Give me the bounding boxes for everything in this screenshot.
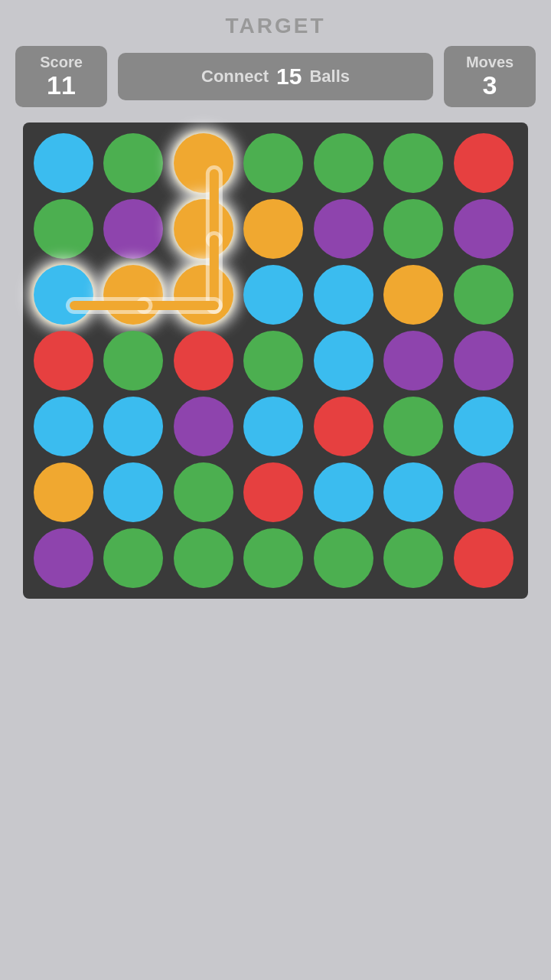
connect-num: 15 [276, 64, 302, 90]
ball-r0-c4[interactable] [314, 133, 373, 193]
ball-r2-c1[interactable] [103, 265, 163, 325]
ball-r1-c3[interactable] [243, 199, 303, 259]
ball-r2-c6[interactable] [454, 265, 514, 325]
target-label: TARGET [225, 14, 325, 38]
ball-r3-c5[interactable] [383, 331, 443, 390]
ball-r5-c2[interactable] [174, 462, 233, 522]
ball-r3-c4[interactable] [314, 331, 373, 390]
ball-r1-c6[interactable] [454, 199, 514, 259]
game-board[interactable] [23, 122, 528, 599]
ball-r4-c6[interactable] [454, 397, 514, 456]
grid[interactable] [34, 133, 517, 588]
target-box: Connect 15 Balls [118, 53, 433, 100]
moves-value: 3 [483, 71, 497, 100]
ball-r6-c1[interactable] [103, 528, 163, 588]
ball-r6-c5[interactable] [383, 528, 443, 588]
ball-r0-c2[interactable] [174, 133, 233, 193]
ball-r1-c0[interactable] [34, 199, 93, 259]
ball-r0-c5[interactable] [383, 133, 443, 193]
moves-box: Moves 3 [444, 46, 536, 107]
ball-r4-c5[interactable] [383, 397, 443, 456]
ball-r3-c0[interactable] [34, 331, 93, 390]
ball-r3-c1[interactable] [103, 331, 163, 390]
ball-r1-c5[interactable] [383, 199, 443, 259]
balls-label: Balls [309, 67, 350, 87]
ball-r0-c6[interactable] [454, 133, 514, 193]
ball-r0-c3[interactable] [243, 133, 303, 193]
ball-r1-c1[interactable] [103, 199, 163, 259]
header-row: Score 11 Connect 15 Balls Moves 3 [15, 46, 536, 107]
ball-r4-c2[interactable] [174, 397, 233, 456]
ball-r5-c5[interactable] [383, 462, 443, 522]
ball-r5-c1[interactable] [103, 462, 163, 522]
ball-r4-c0[interactable] [34, 397, 93, 456]
score-label: Score [40, 54, 83, 71]
ball-r2-c0[interactable] [34, 265, 93, 325]
ball-r3-c3[interactable] [243, 331, 303, 390]
score-value: 11 [47, 71, 76, 100]
ball-r6-c3[interactable] [243, 528, 303, 588]
ball-r3-c6[interactable] [454, 331, 514, 390]
ball-r3-c2[interactable] [174, 331, 233, 390]
ball-r0-c1[interactable] [103, 133, 163, 193]
moves-label: Moves [466, 54, 514, 71]
ball-r2-c4[interactable] [314, 265, 373, 325]
ball-r5-c0[interactable] [34, 462, 93, 522]
ball-r4-c1[interactable] [103, 397, 163, 456]
ball-r0-c0[interactable] [34, 133, 93, 193]
ball-r1-c2[interactable] [174, 199, 233, 259]
ball-r2-c5[interactable] [383, 265, 443, 325]
connect-label: Connect [201, 67, 269, 87]
ball-r4-c3[interactable] [243, 397, 303, 456]
score-box: Score 11 [15, 46, 107, 107]
ball-r6-c0[interactable] [34, 528, 93, 588]
ball-r2-c2[interactable] [174, 265, 233, 325]
ball-r6-c4[interactable] [314, 528, 373, 588]
ball-r6-c6[interactable] [454, 528, 514, 588]
ball-r2-c3[interactable] [243, 265, 303, 325]
ball-r1-c4[interactable] [314, 199, 373, 259]
ball-r4-c4[interactable] [314, 397, 373, 456]
ball-r5-c3[interactable] [243, 462, 303, 522]
ball-r5-c6[interactable] [454, 462, 514, 522]
ball-r5-c4[interactable] [314, 462, 373, 522]
ball-r6-c2[interactable] [174, 528, 233, 588]
